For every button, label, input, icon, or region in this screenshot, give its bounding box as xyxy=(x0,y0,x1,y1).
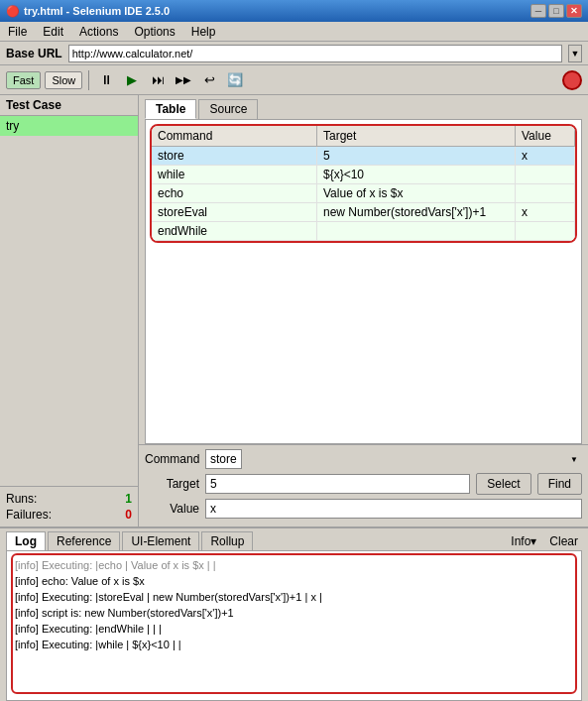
log-tab-reference[interactable]: Reference xyxy=(48,531,120,550)
log-tab-log[interactable]: Log xyxy=(6,531,46,550)
log-line: [info] Executing: |echo | Value of x is … xyxy=(15,557,573,573)
value-row: Value xyxy=(145,499,582,519)
command-table: Command Target Value store5xwhile${x}<10… xyxy=(152,126,575,241)
col-command: Command xyxy=(152,126,317,147)
play-btn[interactable]: ▶ xyxy=(121,69,143,91)
log-line: [info] script is: new Number(storedVars[… xyxy=(15,605,573,621)
table-wrapper: Command Target Value store5xwhile${x}<10… xyxy=(150,124,577,243)
cell-value: x xyxy=(516,147,575,166)
base-url-label: Base URL xyxy=(6,47,62,60)
record-btn[interactable] xyxy=(562,70,582,90)
log-info-btn[interactable]: Info▾ xyxy=(506,532,541,550)
title-bar-left: 🔴 try.html - Selenium IDE 2.5.0 xyxy=(6,5,170,18)
runs-value: 1 xyxy=(125,492,132,506)
menu-edit[interactable]: Edit xyxy=(39,24,67,40)
cell-target: Value of x is $x xyxy=(317,184,516,203)
minimize-button[interactable]: ─ xyxy=(530,4,546,18)
right-panel: Table Source Command Target Value xyxy=(139,95,588,526)
menu-bar: File Edit Actions Options Help xyxy=(0,22,588,42)
log-clear-btn[interactable]: Clear xyxy=(545,533,582,549)
test-case-try[interactable]: try xyxy=(0,116,138,136)
runs-row: Runs: 1 xyxy=(6,491,132,507)
cell-value xyxy=(516,166,575,184)
log-line: [info] Executing: |while | ${x}<10 | | xyxy=(15,637,573,652)
table-row[interactable]: echoValue of x is $x xyxy=(152,184,575,203)
main-area: Test Case try Runs: 1 Failures: 0 Table … xyxy=(0,95,588,526)
left-panel: Test Case try Runs: 1 Failures: 0 xyxy=(0,95,139,526)
slow-btn[interactable]: Slow xyxy=(45,71,82,89)
menu-options[interactable]: Options xyxy=(130,24,178,40)
log-tab-ui-element[interactable]: UI-Element xyxy=(122,531,199,550)
url-bar: Base URL ▼ xyxy=(0,42,588,65)
command-label: Command xyxy=(145,452,199,466)
table-row[interactable]: storeEvalnew Number(storedVars['x'])+1x xyxy=(152,203,575,222)
cell-command: store xyxy=(152,147,317,166)
command-form: Command store Target Select Find Value xyxy=(139,444,588,526)
cell-command: storeEval xyxy=(152,203,317,222)
target-label: Target xyxy=(145,477,199,491)
run-all-btn[interactable]: ▶▶ xyxy=(173,69,194,91)
log-tab-rollup[interactable]: Rollup xyxy=(201,531,253,550)
stop-btn[interactable]: ↩ xyxy=(198,69,220,91)
reload-btn[interactable]: 🔄 xyxy=(224,69,246,91)
cell-target xyxy=(317,222,516,241)
close-button[interactable]: ✕ xyxy=(566,4,582,18)
maximize-button[interactable]: □ xyxy=(548,4,564,18)
toolbar: Fast Slow ⏸ ▶ ⏭ ▶▶ ↩ 🔄 xyxy=(0,65,588,95)
app-icon: 🔴 xyxy=(6,5,20,18)
panel-stats: Runs: 1 Failures: 0 xyxy=(0,486,138,526)
step-btn[interactable]: ⏭ xyxy=(147,69,169,91)
cell-value xyxy=(516,222,575,241)
value-label: Value xyxy=(145,502,199,516)
cell-command: endWhile xyxy=(152,222,317,241)
table-row[interactable]: store5x xyxy=(152,147,575,166)
command-select-wrapper: store xyxy=(205,449,582,469)
col-value: Value xyxy=(516,126,575,147)
cell-target: ${x}<10 xyxy=(317,166,516,184)
target-input[interactable] xyxy=(205,474,470,494)
url-dropdown-btn[interactable]: ▼ xyxy=(568,45,582,62)
cell-value xyxy=(516,184,575,203)
title-bar: 🔴 try.html - Selenium IDE 2.5.0 ─ □ ✕ xyxy=(0,0,588,22)
cell-target: new Number(storedVars['x'])+1 xyxy=(317,203,516,222)
pause-btn[interactable]: ⏸ xyxy=(95,69,117,91)
table-row[interactable]: while${x}<10 xyxy=(152,166,575,184)
cell-target: 5 xyxy=(317,147,516,166)
log-content-inner: [info] Executing: |echo | Value of x is … xyxy=(11,553,577,694)
select-button[interactable]: Select xyxy=(476,473,530,495)
col-target: Target xyxy=(317,126,516,147)
cell-value: x xyxy=(516,203,575,222)
target-row: Target Select Find xyxy=(145,473,582,495)
test-case-header: Test Case xyxy=(0,95,138,116)
tab-table[interactable]: Table xyxy=(145,99,196,119)
title-bar-controls[interactable]: ─ □ ✕ xyxy=(530,4,582,18)
red-border-box: Command Target Value store5xwhile${x}<10… xyxy=(150,124,577,243)
editor-tabs: Table Source xyxy=(139,95,588,119)
value-input[interactable] xyxy=(205,499,582,519)
cell-command: echo xyxy=(152,184,317,203)
log-tabs-bar: Log Reference UI-Element Rollup Info▾ Cl… xyxy=(0,528,588,550)
failures-row: Failures: 0 xyxy=(6,507,132,523)
log-line: [info] echo: Value of x is $x xyxy=(15,573,573,589)
log-line: [info] Executing: |storeEval | new Numbe… xyxy=(15,589,573,605)
log-panel: Log Reference UI-Element Rollup Info▾ Cl… xyxy=(0,526,588,701)
menu-help[interactable]: Help xyxy=(187,24,220,40)
failures-label: Failures: xyxy=(6,508,52,522)
toolbar-separator-1 xyxy=(88,70,89,90)
menu-actions[interactable]: Actions xyxy=(75,24,122,40)
table-row[interactable]: endWhile xyxy=(152,222,575,241)
log-tab-right: Info▾ Clear xyxy=(506,532,582,550)
runs-label: Runs: xyxy=(6,492,37,506)
cell-command: while xyxy=(152,166,317,184)
find-button[interactable]: Find xyxy=(537,473,582,495)
command-row: Command store xyxy=(145,449,582,469)
log-content: [info] Executing: |echo | Value of x is … xyxy=(6,550,582,701)
base-url-input[interactable] xyxy=(68,45,562,62)
tab-source[interactable]: Source xyxy=(198,99,258,119)
command-table-container: Command Target Value store5xwhile${x}<10… xyxy=(145,119,582,444)
failures-value: 0 xyxy=(125,508,132,522)
log-line: [info] Executing: |endWhile | | | xyxy=(15,621,573,637)
command-select[interactable]: store xyxy=(205,449,242,469)
menu-file[interactable]: File xyxy=(4,24,31,40)
fast-btn[interactable]: Fast xyxy=(6,71,41,89)
